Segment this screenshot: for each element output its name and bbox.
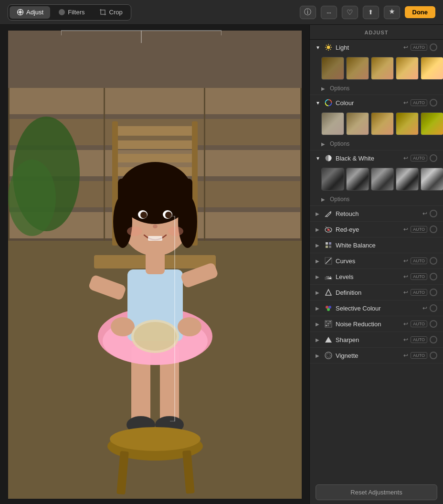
bw-undo[interactable]: ↩ <box>403 155 408 161</box>
colour-preset-5[interactable] <box>421 112 443 135</box>
sharpen-auto[interactable]: AUTO <box>411 336 427 343</box>
definition-row[interactable]: ▶ Definition ↩ AUTO <box>310 285 443 300</box>
tab-crop[interactable]: Crop <box>93 6 129 19</box>
light-preset-1[interactable] <box>321 57 344 80</box>
adjust-panel: ADJUST ▼ Light ↩ AUTO <box>309 25 443 504</box>
vignette-row[interactable]: ▶ Vignette ↩ AUTO <box>310 348 443 363</box>
sc-icon <box>324 304 333 312</box>
enhance-button[interactable] <box>384 6 400 19</box>
light-preset-3[interactable] <box>371 57 394 80</box>
retouch-row[interactable]: ▶ Retouch ↩ <box>310 206 443 221</box>
bw-preset-1[interactable] <box>321 168 344 191</box>
levels-undo[interactable]: ↩ <box>403 273 408 280</box>
bw-preset-2[interactable] <box>346 168 369 191</box>
bw-options[interactable]: ▶ Options <box>310 194 443 205</box>
share-button[interactable]: ⬆ <box>363 6 379 19</box>
svg-rect-99 <box>329 278 330 279</box>
vignette-toggle[interactable] <box>430 352 437 359</box>
bw-auto[interactable]: AUTO <box>411 155 427 161</box>
sc-toggle[interactable] <box>430 304 437 312</box>
light-preset-5[interactable] <box>421 57 443 80</box>
definition-undo[interactable]: ↩ <box>403 289 408 296</box>
retouch-toggle[interactable] <box>430 210 437 217</box>
vignette-undo[interactable]: ↩ <box>403 352 408 359</box>
curves-icon <box>324 257 333 265</box>
colour-preset-1[interactable] <box>321 112 344 135</box>
redeye-icon <box>324 225 333 234</box>
svg-rect-109 <box>326 321 327 322</box>
selective-colour-row[interactable]: ▶ Selective Colour ↩ <box>310 300 443 316</box>
colour-preset-3[interactable] <box>371 112 394 135</box>
retouch-label: Retouch <box>336 210 420 217</box>
colour-preset-4[interactable] <box>396 112 419 135</box>
svg-point-120 <box>327 354 330 357</box>
curves-auto[interactable]: AUTO <box>411 257 427 264</box>
favorite-button[interactable]: ♡ <box>342 6 358 19</box>
definition-toggle[interactable] <box>430 289 437 296</box>
sharpen-row[interactable]: ▶ Sharpen ↩ AUTO <box>310 332 443 347</box>
light-auto[interactable]: AUTO <box>411 44 427 51</box>
sharpen-toggle[interactable] <box>430 336 437 343</box>
whitebalance-row[interactable]: ▶ White Balance <box>310 237 443 253</box>
tab-filters[interactable]: Filters <box>51 6 91 19</box>
light-preset-2[interactable] <box>346 57 369 80</box>
more-button[interactable]: ··· <box>321 6 337 19</box>
light-preset-4[interactable] <box>396 57 419 80</box>
redeye-row[interactable]: ▶ Red-eye ↩ AUTO <box>310 222 443 237</box>
redeye-label: Red-eye <box>336 226 401 233</box>
colour-options[interactable]: ▶ Options <box>310 139 443 150</box>
svg-line-80 <box>330 49 331 50</box>
retouch-undo[interactable]: ↩ <box>422 210 427 217</box>
light-undo[interactable]: ↩ <box>403 44 408 51</box>
tab-adjust[interactable]: Adjust <box>10 6 50 19</box>
light-chevron: ▼ <box>316 45 321 50</box>
definition-auto[interactable]: AUTO <box>411 289 427 296</box>
levels-row[interactable]: ▶ Levels ↩ AUTO <box>310 269 443 284</box>
bw-row[interactable]: ▼ Black & White ↩ AUTO <box>310 150 443 166</box>
svg-point-6 <box>59 9 65 15</box>
reset-adjustments-button[interactable]: Reset Adjustments <box>316 484 437 500</box>
svg-point-107 <box>327 308 330 311</box>
sc-undo[interactable]: ↩ <box>422 305 427 311</box>
sharpen-icon <box>324 335 333 344</box>
noise-toggle[interactable] <box>430 320 437 328</box>
colour-preset-2[interactable] <box>346 112 369 135</box>
done-button[interactable]: Done <box>405 6 436 18</box>
redeye-auto[interactable]: AUTO <box>411 226 427 233</box>
adjust-items-list: ▼ Light ↩ AUTO <box>310 40 443 481</box>
light-options[interactable]: ▶ Options <box>310 84 443 95</box>
svg-rect-98 <box>328 278 329 279</box>
bw-preset-5[interactable] <box>421 168 443 191</box>
svg-point-58 <box>113 195 132 248</box>
vignette-auto[interactable]: AUTO <box>411 352 427 359</box>
curves-toggle[interactable] <box>430 257 437 265</box>
noise-auto[interactable]: AUTO <box>411 321 427 327</box>
colour-toggle[interactable] <box>430 99 437 107</box>
colour-row[interactable]: ▼ Colour ↩ AUTO <box>310 95 443 110</box>
noise-undo[interactable]: ↩ <box>403 321 408 327</box>
sharpen-undo[interactable]: ↩ <box>403 336 408 343</box>
svg-point-106 <box>328 306 331 309</box>
svg-point-52 <box>111 317 135 336</box>
crop-tab-label: Crop <box>109 9 123 16</box>
colour-auto[interactable]: AUTO <box>411 99 427 106</box>
heart-icon: ♡ <box>347 8 353 17</box>
info-button[interactable]: ⓘ <box>300 6 316 19</box>
levels-auto[interactable]: AUTO <box>411 273 427 280</box>
bw-toggle[interactable] <box>430 154 437 162</box>
noise-row[interactable]: ▶ Noise Reduction ↩ AUTO <box>310 316 443 332</box>
colour-undo[interactable]: ↩ <box>403 99 408 106</box>
levels-toggle[interactable] <box>430 273 437 280</box>
svg-point-64 <box>153 225 158 228</box>
curves-row[interactable]: ▶ Curves ↩ AUTO <box>310 253 443 268</box>
redeye-toggle[interactable] <box>430 225 437 233</box>
bw-preset-3[interactable] <box>371 168 394 191</box>
bw-options-label: Options <box>330 196 349 203</box>
bw-preset-4[interactable] <box>396 168 419 191</box>
curves-undo[interactable]: ↩ <box>403 257 408 264</box>
redeye-undo[interactable]: ↩ <box>403 226 408 233</box>
light-row[interactable]: ▼ Light ↩ AUTO <box>310 40 443 55</box>
noise-chevron: ▶ <box>316 322 321 327</box>
svg-rect-100 <box>330 278 331 279</box>
light-toggle[interactable] <box>430 43 437 51</box>
